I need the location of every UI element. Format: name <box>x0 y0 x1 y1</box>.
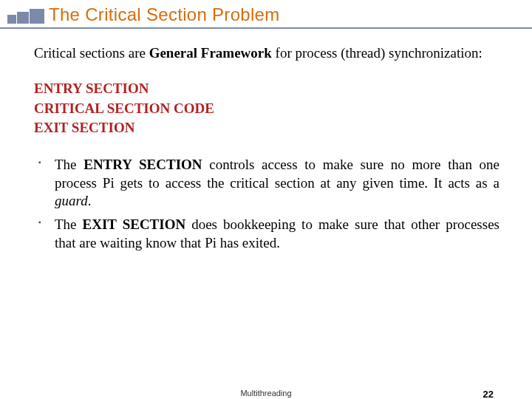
text: The <box>55 216 83 232</box>
bullet-list: The ENTRY SECTION controls access to mak… <box>34 156 499 252</box>
text-bold: EXIT SECTION <box>83 216 186 232</box>
critical-section-label: CRITICAL SECTION CODE <box>34 100 499 117</box>
text: The <box>55 157 83 172</box>
square-icon <box>7 15 16 24</box>
intro-paragraph: Critical sections are General Framework … <box>34 44 499 62</box>
square-icon <box>17 12 29 24</box>
title-decoration <box>7 9 44 24</box>
intro-prefix: Critical sections are <box>34 45 149 61</box>
title-band: The Critical Section Problem <box>0 0 532 31</box>
page-title: The Critical Section Problem <box>49 4 280 25</box>
exit-section-label: EXIT SECTION <box>34 119 499 137</box>
slide: The Critical Section Problem Critical se… <box>0 0 532 399</box>
intro-suffix: for process (thread) synchronization: <box>272 45 482 61</box>
list-item: The EXIT SECTION does bookkeeping to mak… <box>55 216 499 252</box>
square-icon <box>30 9 44 24</box>
title-underline <box>0 27 532 29</box>
text-italic: guard <box>55 193 88 208</box>
list-item: The ENTRY SECTION controls access to mak… <box>55 156 499 210</box>
intro-bold: General Framework <box>149 45 272 61</box>
footer-label: Multithreading <box>0 389 532 398</box>
entry-section-label: ENTRY SECTION <box>34 80 499 98</box>
text-bold: ENTRY SECTION <box>83 157 202 172</box>
framework-lines: ENTRY SECTION CRITICAL SECTION CODE EXIT… <box>34 80 499 137</box>
text: . <box>88 193 92 208</box>
content-area: Critical sections are General Framework … <box>0 31 532 252</box>
page-number: 22 <box>483 389 494 399</box>
